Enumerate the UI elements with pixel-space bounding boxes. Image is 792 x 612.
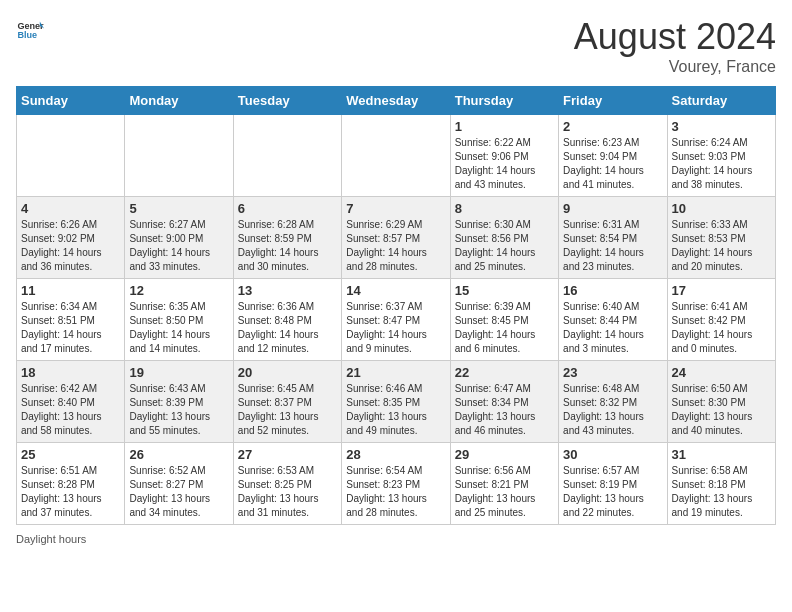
day-info: Sunrise: 6:24 AM Sunset: 9:03 PM Dayligh…: [672, 136, 771, 192]
calendar-cell-3-0: 18Sunrise: 6:42 AM Sunset: 8:40 PM Dayli…: [17, 361, 125, 443]
calendar-cell-1-3: 7Sunrise: 6:29 AM Sunset: 8:57 PM Daylig…: [342, 197, 450, 279]
svg-text:Blue: Blue: [17, 30, 37, 40]
day-number: 23: [563, 365, 662, 380]
calendar-cell-2-3: 14Sunrise: 6:37 AM Sunset: 8:47 PM Dayli…: [342, 279, 450, 361]
day-info: Sunrise: 6:27 AM Sunset: 9:00 PM Dayligh…: [129, 218, 228, 274]
day-info: Sunrise: 6:29 AM Sunset: 8:57 PM Dayligh…: [346, 218, 445, 274]
day-number: 3: [672, 119, 771, 134]
day-number: 30: [563, 447, 662, 462]
day-info: Sunrise: 6:56 AM Sunset: 8:21 PM Dayligh…: [455, 464, 554, 520]
weekday-header-monday: Monday: [125, 87, 233, 115]
location-title: Vourey, France: [574, 58, 776, 76]
weekday-header-tuesday: Tuesday: [233, 87, 341, 115]
day-number: 12: [129, 283, 228, 298]
day-info: Sunrise: 6:50 AM Sunset: 8:30 PM Dayligh…: [672, 382, 771, 438]
day-number: 29: [455, 447, 554, 462]
calendar-cell-1-4: 8Sunrise: 6:30 AM Sunset: 8:56 PM Daylig…: [450, 197, 558, 279]
calendar-cell-2-6: 17Sunrise: 6:41 AM Sunset: 8:42 PM Dayli…: [667, 279, 775, 361]
day-info: Sunrise: 6:51 AM Sunset: 8:28 PM Dayligh…: [21, 464, 120, 520]
title-area: August 2024 Vourey, France: [574, 16, 776, 76]
day-number: 7: [346, 201, 445, 216]
calendar-cell-4-3: 28Sunrise: 6:54 AM Sunset: 8:23 PM Dayli…: [342, 443, 450, 525]
day-info: Sunrise: 6:58 AM Sunset: 8:18 PM Dayligh…: [672, 464, 771, 520]
calendar-cell-0-5: 2Sunrise: 6:23 AM Sunset: 9:04 PM Daylig…: [559, 115, 667, 197]
day-number: 9: [563, 201, 662, 216]
day-number: 1: [455, 119, 554, 134]
day-info: Sunrise: 6:40 AM Sunset: 8:44 PM Dayligh…: [563, 300, 662, 356]
calendar-cell-3-3: 21Sunrise: 6:46 AM Sunset: 8:35 PM Dayli…: [342, 361, 450, 443]
calendar-cell-0-4: 1Sunrise: 6:22 AM Sunset: 9:06 PM Daylig…: [450, 115, 558, 197]
day-number: 21: [346, 365, 445, 380]
day-number: 17: [672, 283, 771, 298]
day-number: 2: [563, 119, 662, 134]
day-info: Sunrise: 6:30 AM Sunset: 8:56 PM Dayligh…: [455, 218, 554, 274]
header: General Blue August 2024 Vourey, France: [16, 16, 776, 76]
calendar-cell-4-0: 25Sunrise: 6:51 AM Sunset: 8:28 PM Dayli…: [17, 443, 125, 525]
day-number: 19: [129, 365, 228, 380]
calendar-cell-3-4: 22Sunrise: 6:47 AM Sunset: 8:34 PM Dayli…: [450, 361, 558, 443]
calendar-cell-4-2: 27Sunrise: 6:53 AM Sunset: 8:25 PM Dayli…: [233, 443, 341, 525]
day-number: 18: [21, 365, 120, 380]
day-info: Sunrise: 6:46 AM Sunset: 8:35 PM Dayligh…: [346, 382, 445, 438]
weekday-header-wednesday: Wednesday: [342, 87, 450, 115]
day-info: Sunrise: 6:37 AM Sunset: 8:47 PM Dayligh…: [346, 300, 445, 356]
logo-icon: General Blue: [16, 16, 44, 44]
day-number: 26: [129, 447, 228, 462]
calendar-cell-0-2: [233, 115, 341, 197]
calendar-cell-1-2: 6Sunrise: 6:28 AM Sunset: 8:59 PM Daylig…: [233, 197, 341, 279]
calendar-cell-2-4: 15Sunrise: 6:39 AM Sunset: 8:45 PM Dayli…: [450, 279, 558, 361]
logo: General Blue: [16, 16, 44, 44]
calendar-cell-1-0: 4Sunrise: 6:26 AM Sunset: 9:02 PM Daylig…: [17, 197, 125, 279]
calendar-cell-3-1: 19Sunrise: 6:43 AM Sunset: 8:39 PM Dayli…: [125, 361, 233, 443]
day-info: Sunrise: 6:42 AM Sunset: 8:40 PM Dayligh…: [21, 382, 120, 438]
calendar-cell-0-6: 3Sunrise: 6:24 AM Sunset: 9:03 PM Daylig…: [667, 115, 775, 197]
day-number: 20: [238, 365, 337, 380]
day-info: Sunrise: 6:28 AM Sunset: 8:59 PM Dayligh…: [238, 218, 337, 274]
day-info: Sunrise: 6:34 AM Sunset: 8:51 PM Dayligh…: [21, 300, 120, 356]
calendar-cell-4-1: 26Sunrise: 6:52 AM Sunset: 8:27 PM Dayli…: [125, 443, 233, 525]
day-number: 28: [346, 447, 445, 462]
day-number: 8: [455, 201, 554, 216]
weekday-header-friday: Friday: [559, 87, 667, 115]
calendar-cell-1-1: 5Sunrise: 6:27 AM Sunset: 9:00 PM Daylig…: [125, 197, 233, 279]
calendar-cell-0-3: [342, 115, 450, 197]
calendar-cell-0-0: [17, 115, 125, 197]
day-info: Sunrise: 6:57 AM Sunset: 8:19 PM Dayligh…: [563, 464, 662, 520]
calendar-table: SundayMondayTuesdayWednesdayThursdayFrid…: [16, 86, 776, 525]
day-info: Sunrise: 6:53 AM Sunset: 8:25 PM Dayligh…: [238, 464, 337, 520]
day-number: 14: [346, 283, 445, 298]
day-info: Sunrise: 6:47 AM Sunset: 8:34 PM Dayligh…: [455, 382, 554, 438]
footer-note: Daylight hours: [16, 533, 776, 545]
calendar-cell-1-6: 10Sunrise: 6:33 AM Sunset: 8:53 PM Dayli…: [667, 197, 775, 279]
calendar-cell-0-1: [125, 115, 233, 197]
day-info: Sunrise: 6:45 AM Sunset: 8:37 PM Dayligh…: [238, 382, 337, 438]
day-info: Sunrise: 6:41 AM Sunset: 8:42 PM Dayligh…: [672, 300, 771, 356]
calendar-cell-3-2: 20Sunrise: 6:45 AM Sunset: 8:37 PM Dayli…: [233, 361, 341, 443]
day-info: Sunrise: 6:54 AM Sunset: 8:23 PM Dayligh…: [346, 464, 445, 520]
calendar-cell-4-6: 31Sunrise: 6:58 AM Sunset: 8:18 PM Dayli…: [667, 443, 775, 525]
day-info: Sunrise: 6:33 AM Sunset: 8:53 PM Dayligh…: [672, 218, 771, 274]
day-number: 13: [238, 283, 337, 298]
day-number: 5: [129, 201, 228, 216]
calendar-cell-2-5: 16Sunrise: 6:40 AM Sunset: 8:44 PM Dayli…: [559, 279, 667, 361]
weekday-header-thursday: Thursday: [450, 87, 558, 115]
day-info: Sunrise: 6:35 AM Sunset: 8:50 PM Dayligh…: [129, 300, 228, 356]
calendar-cell-2-1: 12Sunrise: 6:35 AM Sunset: 8:50 PM Dayli…: [125, 279, 233, 361]
day-info: Sunrise: 6:26 AM Sunset: 9:02 PM Dayligh…: [21, 218, 120, 274]
calendar-cell-4-4: 29Sunrise: 6:56 AM Sunset: 8:21 PM Dayli…: [450, 443, 558, 525]
day-number: 25: [21, 447, 120, 462]
day-number: 6: [238, 201, 337, 216]
calendar-cell-2-0: 11Sunrise: 6:34 AM Sunset: 8:51 PM Dayli…: [17, 279, 125, 361]
weekday-header-saturday: Saturday: [667, 87, 775, 115]
day-info: Sunrise: 6:36 AM Sunset: 8:48 PM Dayligh…: [238, 300, 337, 356]
day-info: Sunrise: 6:48 AM Sunset: 8:32 PM Dayligh…: [563, 382, 662, 438]
day-info: Sunrise: 6:31 AM Sunset: 8:54 PM Dayligh…: [563, 218, 662, 274]
day-number: 15: [455, 283, 554, 298]
day-number: 24: [672, 365, 771, 380]
month-title: August 2024: [574, 16, 776, 58]
day-number: 10: [672, 201, 771, 216]
day-number: 31: [672, 447, 771, 462]
day-number: 27: [238, 447, 337, 462]
day-info: Sunrise: 6:52 AM Sunset: 8:27 PM Dayligh…: [129, 464, 228, 520]
day-info: Sunrise: 6:22 AM Sunset: 9:06 PM Dayligh…: [455, 136, 554, 192]
